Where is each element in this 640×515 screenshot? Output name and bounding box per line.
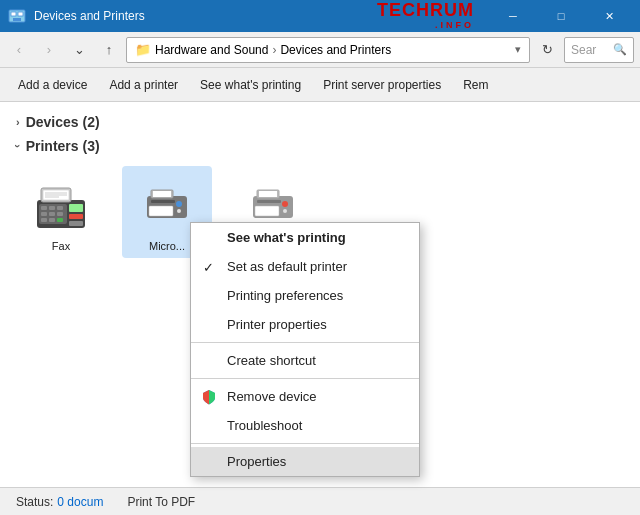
svg-rect-1 [11,12,16,16]
printers-chevron-icon: › [12,144,24,148]
title-bar: Devices and Printers TECHRUM .INFO ─ □ ✕ [0,0,640,32]
close-button[interactable]: ✕ [586,0,632,32]
svg-rect-14 [41,212,47,216]
devices-label: Devices (2) [26,114,100,130]
printer-name-status: Print To PDF [127,495,195,509]
window-controls: ─ □ ✕ [490,0,632,32]
svg-point-28 [177,209,181,213]
forward-button[interactable]: › [36,37,62,63]
menu-create-shortcut-label: Create shortcut [227,353,316,368]
devices-chevron-icon: › [16,116,20,128]
menu-set-default[interactable]: ✓ Set as default printer [191,252,419,281]
svg-rect-19 [57,218,63,222]
svg-rect-11 [41,206,47,210]
menu-remove-device-label: Remove device [227,389,317,404]
shield-icon [201,389,217,405]
menu-printing-prefs[interactable]: Printing preferences [191,281,419,310]
print-server-button[interactable]: Print server properties [313,74,451,96]
svg-rect-3 [13,18,21,21]
svg-rect-13 [57,206,63,210]
status-item: Status: 0 docum [16,495,103,509]
menu-properties-label: Properties [227,454,286,469]
menu-divider-2 [191,378,419,379]
toolbar: Add a device Add a printer See what's pr… [0,68,640,102]
menu-divider-3 [191,443,419,444]
menu-set-default-label: Set as default printer [227,259,347,274]
printers-label: Printers (3) [26,138,100,154]
path-separator1: › [272,43,276,57]
svg-point-35 [283,209,287,213]
menu-remove-device[interactable]: Remove device [191,382,419,411]
refresh-button[interactable]: ↻ [534,37,560,63]
search-icon: 🔍 [613,43,627,56]
dropdown-button[interactable]: ⌄ [66,37,92,63]
window-icon [8,7,26,25]
menu-see-printing[interactable]: See what's printing [191,223,419,252]
main-content: › Devices (2) › Printers (3) [0,102,640,515]
watermark: TECHRUM .INFO [377,1,474,31]
svg-rect-18 [49,218,55,222]
see-whats-printing-button[interactable]: See what's printing [190,74,311,96]
printer-fax[interactable]: Fax [16,166,106,258]
path-part1: Hardware and Sound [155,43,268,57]
microsoft-label: Micro... [149,240,185,252]
minimize-button[interactable]: ─ [490,0,536,32]
svg-point-27 [176,201,182,207]
svg-rect-36 [257,200,281,203]
add-printer-button[interactable]: Add a printer [99,74,188,96]
menu-troubleshoot-label: Troubleshoot [227,418,302,433]
status-bar: Status: 0 docum Print To PDF [0,487,640,515]
svg-rect-21 [69,214,83,219]
svg-rect-17 [41,218,47,222]
devices-section-header[interactable]: › Devices (2) [0,110,640,134]
window-title: Devices and Printers [34,9,369,23]
svg-rect-22 [69,221,83,226]
search-placeholder: Sear [571,43,596,57]
menu-troubleshoot[interactable]: Troubleshoot [191,411,419,440]
context-menu: See what's printing ✓ Set as default pri… [190,222,420,477]
fax-label: Fax [52,240,70,252]
menu-create-shortcut[interactable]: Create shortcut [191,346,419,375]
printers-section-header[interactable]: › Printers (3) [0,134,640,158]
menu-properties[interactable]: Properties [191,447,419,476]
watermark-info: .INFO [377,21,474,31]
menu-printer-props[interactable]: Printer properties [191,310,419,339]
remove-button[interactable]: Rem [453,74,498,96]
svg-rect-16 [57,212,63,216]
svg-rect-29 [151,200,175,203]
path-dropdown-icon: ▾ [515,43,521,56]
path-part2: Devices and Printers [280,43,391,57]
svg-rect-15 [49,212,55,216]
svg-rect-20 [69,204,83,212]
add-device-button[interactable]: Add a device [8,74,97,96]
svg-rect-26 [149,206,173,216]
menu-printing-prefs-label: Printing preferences [227,288,343,303]
search-box[interactable]: Sear 🔍 [564,37,634,63]
address-path[interactable]: 📁 Hardware and Sound › Devices and Print… [126,37,530,63]
svg-rect-25 [153,191,171,197]
status-value: 0 docum [57,495,103,509]
svg-rect-12 [49,206,55,210]
back-button[interactable]: ‹ [6,37,32,63]
up-button[interactable]: ↑ [96,37,122,63]
maximize-button[interactable]: □ [538,0,584,32]
menu-divider-1 [191,342,419,343]
svg-rect-33 [255,206,279,216]
menu-printer-props-label: Printer properties [227,317,327,332]
address-bar: ‹ › ⌄ ↑ 📁 Hardware and Sound › Devices a… [0,32,640,68]
svg-rect-2 [18,12,23,16]
checkmark-icon: ✓ [203,259,214,274]
watermark-text: TECHRUM [377,1,474,21]
fax-icon [29,172,93,236]
svg-point-34 [282,201,288,207]
svg-rect-32 [259,191,277,197]
menu-see-printing-label: See what's printing [227,230,346,245]
status-label: Status: [16,495,53,509]
